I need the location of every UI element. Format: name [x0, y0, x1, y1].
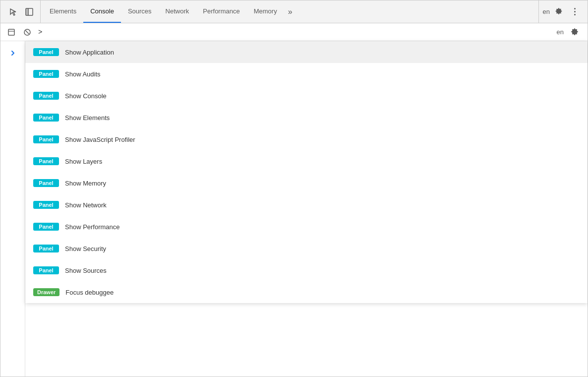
dropdown-item-text: Show Audits [65, 70, 101, 78]
command-dropdown: PanelShow ApplicationPanelShow AuditsPan… [25, 41, 588, 303]
dropdown-item[interactable]: DrawerFocus debuggee [25, 281, 588, 303]
dropdown-item-text: Show Layers [65, 158, 102, 165]
dropdown-item-text: Show Performance [65, 223, 120, 231]
tab-more-button[interactable]: » [284, 0, 296, 23]
tab-elements[interactable]: Elements [43, 0, 83, 23]
devtools-window: Elements Console Sources Network Perform… [0, 0, 588, 377]
badge-panel: Panel [33, 157, 59, 165]
dropdown-item[interactable]: PanelShow Sources [25, 259, 588, 281]
badge-drawer: Drawer [33, 288, 59, 296]
dropdown-item-text: Show Application [65, 49, 114, 56]
console-right-icons: en [557, 25, 584, 39]
dropdown-item[interactable]: PanelShow Layers [25, 150, 588, 172]
dock-icon[interactable] [22, 5, 36, 19]
badge-panel: Panel [33, 245, 59, 252]
tab-bar-left-icons [2, 0, 41, 23]
dropdown-item-text: Show Sources [65, 267, 107, 274]
tab-memory[interactable]: Memory [247, 0, 284, 23]
tab-performance[interactable]: Performance [196, 0, 246, 23]
dropdown-item[interactable]: PanelShow Elements [25, 107, 588, 128]
tab-bar: Elements Console Sources Network Perform… [0, 0, 588, 23]
tab-console[interactable]: Console [83, 0, 121, 23]
console-left-icons [4, 25, 34, 39]
badge-panel: Panel [33, 179, 59, 187]
main-content: PanelShow ApplicationPanelShow AuditsPan… [0, 41, 588, 377]
more-options-button[interactable] [568, 5, 582, 19]
tab-network[interactable]: Network [159, 0, 196, 23]
badge-panel: Panel [33, 70, 59, 78]
dropdown-item[interactable]: PanelShow Console [25, 85, 588, 107]
badge-panel: Panel [33, 201, 59, 209]
settings-lang-label: en [557, 28, 564, 36]
console-prompt-area[interactable]: > [34, 28, 557, 36]
dropdown-item[interactable]: PanelShow Performance [25, 216, 588, 238]
tab-sources[interactable]: Sources [121, 0, 159, 23]
badge-panel: Panel [33, 223, 59, 231]
badge-panel: Panel [33, 266, 59, 274]
dropdown-item[interactable]: PanelShow Memory [25, 172, 588, 194]
dropdown-item-text: Show Memory [65, 180, 106, 187]
svg-line-6 [26, 30, 29, 34]
console-prompt-symbol: > [38, 28, 42, 36]
badge-panel: Panel [33, 92, 59, 100]
dropdown-item[interactable]: PanelShow Network [25, 194, 588, 216]
dropdown-item-text: Show Network [65, 201, 107, 209]
dropdown-item-text: Show Console [65, 92, 107, 100]
dropdown-item[interactable]: PanelShow Audits [25, 63, 588, 85]
settings-label: en [543, 8, 550, 15]
dropdown-item-text: Show Elements [65, 114, 110, 122]
dropdown-item[interactable]: PanelShow JavaScript Profiler [25, 128, 588, 150]
console-settings-icon[interactable] [568, 25, 582, 39]
badge-panel: Panel [33, 135, 59, 143]
dropdown-item-text: Show Security [65, 245, 106, 252]
sidebar-arrow-icon[interactable] [7, 47, 19, 59]
badge-panel: Panel [33, 48, 59, 56]
console-expand-icon[interactable] [4, 25, 18, 39]
dropdown-item[interactable]: PanelShow Application [25, 41, 588, 63]
console-clear-icon[interactable] [20, 25, 34, 39]
dropdown-item-text: Show JavaScript Profiler [65, 136, 135, 143]
dropdown-item-text: Focus debuggee [65, 289, 114, 296]
badge-panel: Panel [33, 114, 59, 122]
inspect-icon[interactable] [6, 5, 20, 19]
console-bar: > en [0, 23, 588, 41]
svg-rect-3 [8, 29, 14, 35]
tab-bar-right: en [538, 0, 586, 23]
left-sidebar [0, 41, 25, 377]
dropdown-item[interactable]: PanelShow Security [25, 238, 588, 259]
gear-settings-icon[interactable] [552, 5, 566, 19]
